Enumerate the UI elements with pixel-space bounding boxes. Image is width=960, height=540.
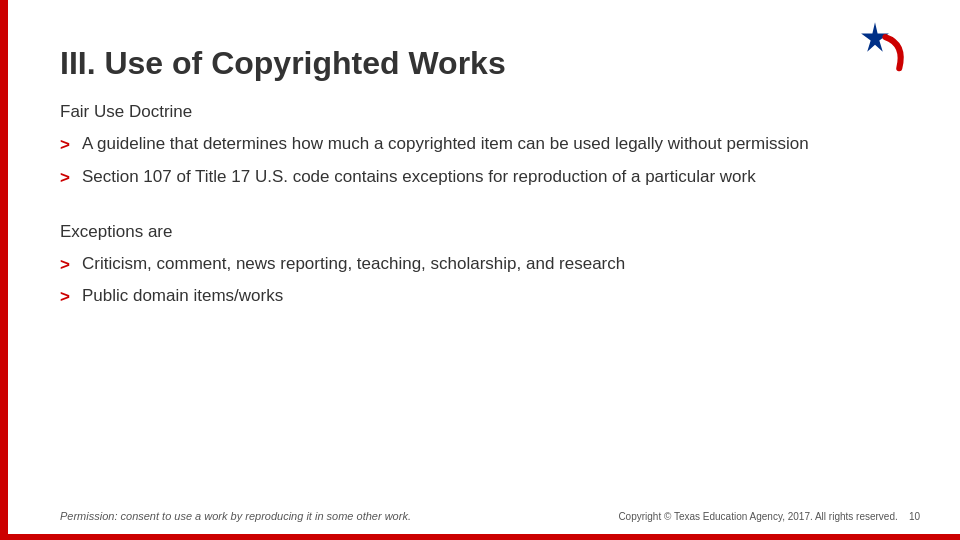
left-accent-bar [0, 0, 8, 540]
page-number: 10 [909, 511, 920, 522]
bullet-item: > Section 107 of Title 17 U.S. code cont… [60, 165, 900, 190]
bullet-text: A guideline that determines how much a c… [82, 132, 900, 156]
bullet-text: Section 107 of Title 17 U.S. code contai… [82, 165, 900, 189]
section-2-heading: Exceptions are [60, 222, 900, 242]
chevron-icon: > [60, 166, 70, 190]
texas-logo-icon [840, 18, 910, 83]
section-2-bullets: > Criticism, comment, news reporting, te… [60, 252, 900, 310]
bullet-item: > Criticism, comment, news reporting, te… [60, 252, 900, 277]
bullet-item: > Public domain items/works [60, 284, 900, 309]
slide: III. Use of Copyrighted Works Fair Use D… [0, 0, 960, 540]
chevron-icon: > [60, 285, 70, 309]
section-1-bullets: > A guideline that determines how much a… [60, 132, 900, 190]
section-1-heading: Fair Use Doctrine [60, 102, 900, 122]
permission-text: Permission: consent to use a work by rep… [60, 510, 411, 522]
chevron-icon: > [60, 133, 70, 157]
bullet-text: Criticism, comment, news reporting, teac… [82, 252, 900, 276]
footer: Permission: consent to use a work by rep… [60, 510, 920, 522]
bullet-text: Public domain items/works [82, 284, 900, 308]
logo-area [840, 18, 920, 88]
copyright-text: Copyright © Texas Education Agency, 2017… [618, 511, 920, 522]
bottom-bar [0, 534, 960, 540]
bullet-item: > A guideline that determines how much a… [60, 132, 900, 157]
spacer [60, 208, 900, 222]
chevron-icon: > [60, 253, 70, 277]
slide-title: III. Use of Copyrighted Works [60, 40, 900, 82]
copyright-label: Copyright © Texas Education Agency, 2017… [618, 511, 897, 522]
